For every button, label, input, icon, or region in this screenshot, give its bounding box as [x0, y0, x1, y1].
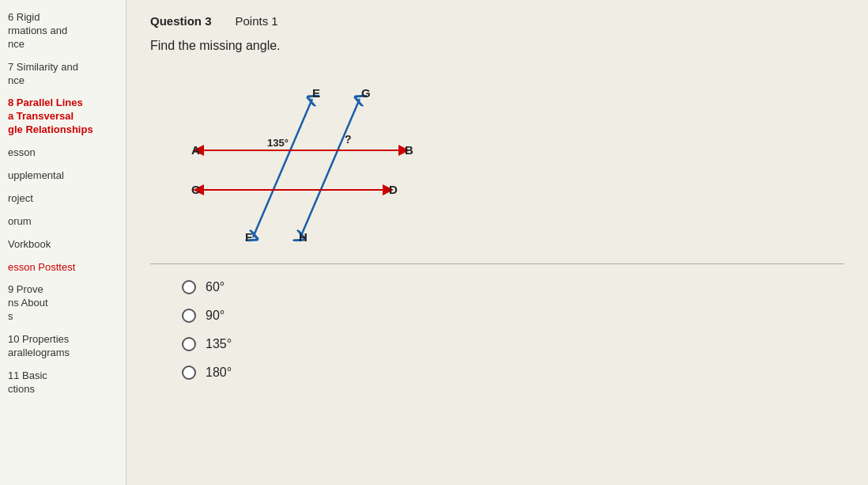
label-H: H [299, 230, 308, 244]
label-E: E [312, 86, 320, 100]
radio-60[interactable] [182, 280, 196, 294]
sidebar-item-11-basic[interactable]: 11 Basicctions [0, 365, 126, 401]
angle-unknown-label: ? [345, 133, 352, 146]
radio-90[interactable] [182, 309, 196, 323]
sidebar-item-8-parallel[interactable]: 8 Parallel Linesa Transversalgle Relatio… [0, 92, 126, 142]
section-divider [150, 263, 844, 264]
answer-choice-135[interactable]: 135° [182, 337, 844, 351]
svg-line-0 [253, 99, 312, 237]
diagram-svg: E G A B C D F H 135° ? [174, 67, 427, 249]
label-B: B [405, 143, 413, 157]
sidebar-item-project[interactable]: roject [0, 188, 126, 210]
radio-180[interactable] [182, 366, 196, 380]
label-D: D [389, 183, 398, 196]
sidebar-item-9-prove[interactable]: 9 Provens Abouts [0, 278, 126, 328]
radio-135[interactable] [182, 337, 196, 351]
sidebar-item-workbook[interactable]: Vorkbook [0, 233, 126, 256]
sidebar-item-supplemental[interactable]: upplemental [0, 165, 126, 188]
sidebar: 6 Rigidrmations andnce 7 Similarity andn… [0, 0, 126, 485]
svg-line-1 [300, 99, 360, 237]
question-prompt: Find the missing angle. [150, 39, 844, 53]
angle-135-label: 135° [267, 137, 289, 149]
label-F: F [245, 230, 252, 244]
answer-choice-180[interactable]: 180° [182, 366, 844, 380]
label-C: C [191, 183, 200, 196]
answer-label-90: 90° [206, 309, 225, 323]
answer-label-180: 180° [206, 366, 232, 380]
question-title: Question 3 [150, 14, 212, 28]
answer-label-60: 60° [206, 280, 225, 294]
sidebar-item-forum[interactable]: orum [0, 210, 126, 233]
sidebar-item-10-properties[interactable]: 10 Propertiesarallelograms [0, 328, 126, 365]
question-points: Points 1 [236, 14, 278, 28]
label-G: G [361, 86, 371, 100]
question-header: Question 3 Points 1 [150, 14, 844, 28]
sidebar-item-lesson[interactable]: esson [0, 142, 126, 165]
label-A: A [191, 143, 200, 157]
sidebar-item-lesson-posttest[interactable]: esson Posttest [0, 256, 126, 279]
diagram-container: E G A B C D F H 135° ? [174, 67, 844, 249]
sidebar-item-7-similarity[interactable]: 7 Similarity andnce [0, 56, 126, 93]
sidebar-item-6-rigid[interactable]: 6 Rigidrmations andnce [0, 6, 126, 56]
answer-choice-60[interactable]: 60° [182, 280, 844, 294]
answer-choices: 60° 90° 135° 180° [182, 280, 844, 380]
answer-choice-90[interactable]: 90° [182, 309, 844, 323]
answer-label-135: 135° [206, 337, 232, 351]
main-content: Question 3 Points 1 Find the missing ang… [126, 0, 868, 485]
